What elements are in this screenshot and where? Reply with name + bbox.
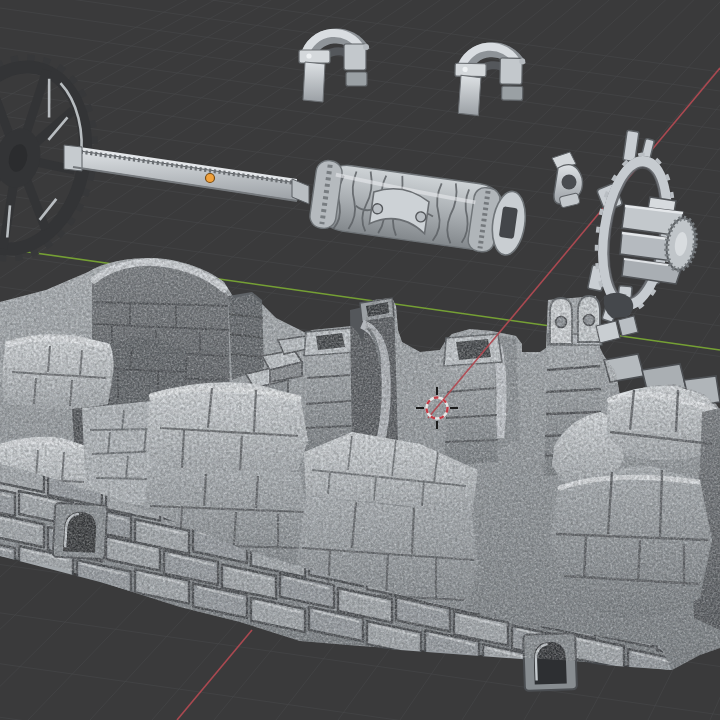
viewport-3d[interactable] — [0, 0, 720, 720]
clamp-bolt — [306, 53, 311, 58]
object-origin-dot[interactable] — [206, 174, 215, 183]
clamp-collar — [299, 50, 330, 63]
log-strap-bolt-right — [415, 211, 426, 222]
scene-canvas[interactable] — [0, 0, 720, 720]
clamp-leg — [303, 62, 325, 102]
clamp-tab-lower — [346, 72, 367, 86]
hook-inner-shadow — [562, 175, 577, 190]
clamp-peg — [363, 44, 369, 50]
clamp-tab-upper — [344, 44, 366, 70]
log-strap-bolt-left — [372, 203, 383, 214]
